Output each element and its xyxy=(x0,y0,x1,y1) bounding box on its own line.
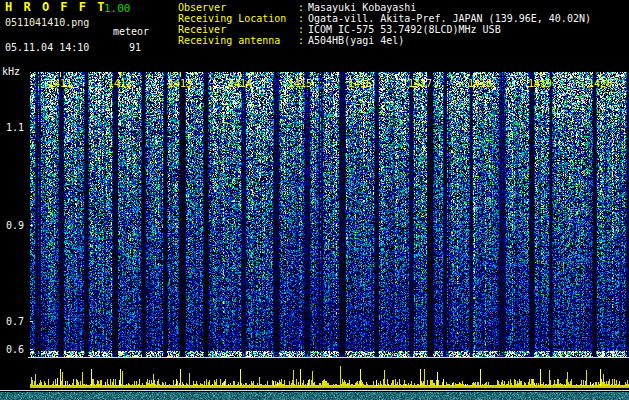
time-tick-label: 1415 xyxy=(285,78,315,89)
separator-line-top xyxy=(28,357,629,358)
freq-tick-label: 0.6 xyxy=(0,344,24,355)
datetime: 05.11.04 14:10 xyxy=(5,42,89,53)
station-info: Observer:Masayuki KobayashiReceiving Loc… xyxy=(178,2,591,46)
time-tick-label: 1413 xyxy=(165,78,195,89)
mode-label: meteor xyxy=(113,26,149,37)
freq-unit-label: kHz xyxy=(2,66,20,77)
freq-tick-label: 0.9 xyxy=(0,220,24,231)
info-colon: : xyxy=(298,2,308,13)
info-value: Ogata-vill. Akita-Pref. JAPAN (139.96E, … xyxy=(308,13,591,24)
meteor-count: 91 xyxy=(129,42,141,53)
info-colon: : xyxy=(298,13,308,24)
app-version: 1.00 xyxy=(104,3,131,14)
station-info-row: Receiving antenna:A504HB(yagi 4el) xyxy=(178,35,591,46)
footer-band-canvas xyxy=(0,392,629,400)
filename: 0511041410.png xyxy=(5,17,89,28)
info-colon: : xyxy=(298,35,308,46)
time-tick-label: 1420 xyxy=(585,78,615,89)
time-tick-label: 1411 xyxy=(45,78,75,89)
info-label: Receiver xyxy=(178,24,298,35)
freq-tick-label: 0.7 xyxy=(0,316,24,327)
time-tick-label: 1418 xyxy=(465,78,495,89)
station-info-row: Observer:Masayuki Kobayashi xyxy=(178,2,591,13)
hrofft-window: H R O F F T 1.00 0511041410.png meteor 0… xyxy=(0,0,629,400)
time-tick-label: 1412 xyxy=(105,78,135,89)
info-value: ICOM IC-575 53.7492(8LCD)MHz USB xyxy=(308,24,501,35)
separator-line-bottom xyxy=(0,390,629,391)
freq-tick-label: 1.1 xyxy=(0,122,24,133)
time-tick-label: 1419 xyxy=(525,78,555,89)
info-value: Masayuki Kobayashi xyxy=(308,2,416,13)
time-tick-label: 1417 xyxy=(405,78,435,89)
time-tick-label: 1416 xyxy=(345,78,375,89)
info-colon: : xyxy=(298,24,308,35)
time-tick-label: 1414 xyxy=(225,78,255,89)
info-label: Receiving antenna xyxy=(178,35,298,46)
info-label: Observer xyxy=(178,2,298,13)
info-value: A504HB(yagi 4el) xyxy=(308,35,404,46)
signal-level-canvas xyxy=(30,359,629,389)
station-info-row: Receiver:ICOM IC-575 53.7492(8LCD)MHz US… xyxy=(178,24,591,35)
app-title: H R O F F T xyxy=(5,2,106,13)
station-info-row: Receiving Location:Ogata-vill. Akita-Pre… xyxy=(178,13,591,24)
spectrogram-canvas xyxy=(30,72,629,357)
info-label: Receiving Location xyxy=(178,13,298,24)
